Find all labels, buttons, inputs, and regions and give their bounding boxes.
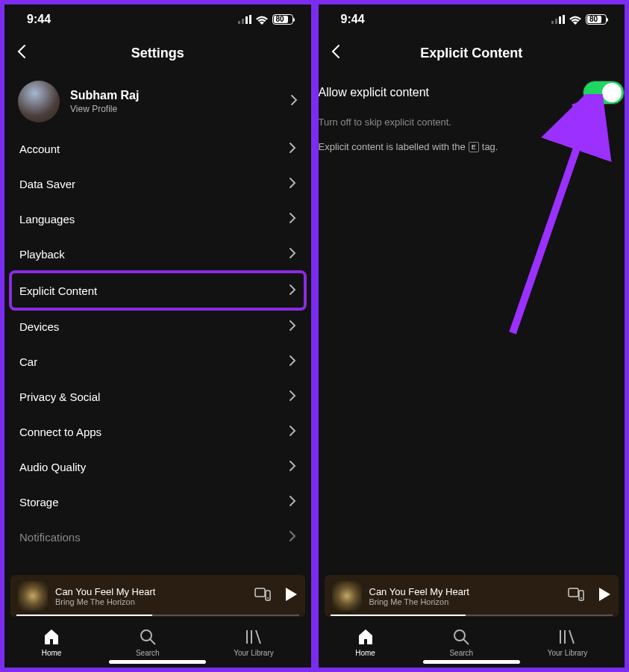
svg-rect-4	[255, 588, 265, 597]
chevron-right-icon	[289, 425, 296, 439]
devices-icon[interactable]	[254, 588, 271, 604]
svg-rect-14	[563, 15, 565, 24]
page-title: Settings	[4, 46, 311, 61]
settings-item-label: Audio Quality	[19, 461, 86, 473]
chevron-right-icon	[289, 530, 296, 544]
nav-header: Settings	[4, 34, 311, 72]
nav-header: Explicit Content	[319, 34, 625, 72]
tab-home[interactable]: Home	[355, 628, 375, 657]
now-playing-bar[interactable]: Can You Feel My Heart Bring Me The Horiz…	[10, 575, 305, 617]
back-button[interactable]	[16, 44, 27, 62]
settings-item-account[interactable]: Account	[16, 131, 299, 167]
allow-explicit-toggle[interactable]	[583, 81, 625, 105]
settings-item-languages[interactable]: Languages	[16, 202, 299, 237]
svg-rect-3	[249, 15, 251, 24]
tab-library[interactable]: Your Library	[548, 628, 588, 657]
avatar	[18, 81, 60, 122]
settings-item-label: Devices	[19, 320, 59, 333]
profile-sub: View Profile	[70, 104, 290, 114]
settings-item-storage[interactable]: Storage	[16, 485, 299, 520]
chevron-right-icon	[289, 177, 296, 191]
phone-explicit-content: 9:44 80 Explicit Content Allow explicit …	[316, 2, 628, 670]
settings-item-privacy-social[interactable]: Privacy & Social	[16, 379, 299, 414]
home-icon	[357, 628, 375, 646]
chevron-right-icon	[289, 247, 296, 261]
settings-item-label: Languages	[19, 213, 75, 225]
svg-line-8	[150, 639, 155, 644]
tab-label: Search	[449, 649, 473, 657]
chevron-right-icon	[290, 94, 298, 109]
svg-rect-1	[242, 19, 244, 24]
settings-item-audio-quality[interactable]: Audio Quality	[16, 449, 299, 485]
settings-item-label: Playback	[19, 248, 65, 261]
tab-home[interactable]: Home	[42, 628, 62, 657]
chevron-right-icon	[289, 284, 296, 298]
wifi-icon	[569, 15, 582, 25]
library-icon	[558, 628, 576, 646]
toggle-subtext: Turn off to skip explicit content.	[319, 116, 625, 128]
settings-item-connect-apps[interactable]: Connect to Apps	[16, 414, 299, 449]
tab-label: Your Library	[548, 649, 588, 657]
home-indicator[interactable]	[109, 660, 206, 664]
settings-item-label: Connect to Apps	[19, 426, 101, 438]
svg-rect-0	[238, 21, 240, 24]
toggle-label: Allow explicit content	[319, 86, 430, 99]
now-playing-title: Can You Feel My Heart	[369, 586, 569, 597]
sub2-pre: Explicit content is labelled with the	[319, 141, 466, 152]
devices-icon[interactable]	[568, 588, 584, 604]
chevron-right-icon	[289, 390, 296, 404]
home-indicator[interactable]	[423, 660, 520, 664]
settings-item-notifications[interactable]: Notifications	[16, 520, 299, 555]
explicit-content: Allow explicit content Turn off to skip …	[319, 72, 625, 575]
tab-search[interactable]: Search	[136, 628, 160, 657]
battery-level: 80	[589, 15, 598, 23]
svg-point-6	[267, 597, 269, 599]
settings-item-data-saver[interactable]: Data Saver	[16, 167, 299, 202]
status-bar: 9:44 80	[4, 4, 311, 34]
signal-icon	[238, 15, 251, 24]
chevron-left-icon	[331, 44, 341, 59]
battery-level: 80	[276, 15, 284, 23]
tab-label: Home	[355, 649, 375, 657]
back-button[interactable]	[331, 44, 341, 62]
status-indicators: 80	[551, 14, 607, 25]
signal-icon	[551, 15, 565, 24]
tab-search[interactable]: Search	[449, 628, 473, 657]
svg-rect-12	[555, 19, 557, 24]
chevron-left-icon	[16, 44, 27, 59]
library-icon	[245, 628, 263, 646]
now-playing-title: Can You Feel My Heart	[55, 586, 254, 597]
svg-point-7	[141, 630, 151, 641]
svg-rect-5	[266, 591, 270, 600]
wifi-icon	[255, 15, 269, 25]
now-playing-bar[interactable]: Can You Feel My Heart Bring Me The Horiz…	[325, 575, 619, 617]
settings-item-label: Explicit Content	[19, 284, 97, 297]
chevron-right-icon	[289, 320, 296, 334]
settings-item-car[interactable]: Car	[16, 344, 299, 379]
toggle-subtext-2: Explicit content is labelled with the E …	[319, 141, 625, 152]
settings-item-devices[interactable]: Devices	[16, 309, 299, 344]
status-time: 9:44	[341, 13, 365, 26]
svg-line-20	[463, 639, 469, 644]
profile-row[interactable]: Subham Raj View Profile	[16, 72, 299, 131]
play-button[interactable]	[284, 587, 298, 605]
sub2-post: tag.	[482, 141, 498, 152]
status-time: 9:44	[27, 13, 51, 26]
chevron-right-icon	[289, 212, 296, 226]
battery-icon: 80	[272, 14, 293, 25]
play-button[interactable]	[598, 587, 611, 605]
settings-item-label: Car	[19, 355, 37, 368]
tab-label: Search	[136, 649, 160, 657]
settings-item-playback[interactable]: Playback	[16, 237, 299, 272]
status-indicators: 80	[238, 14, 293, 25]
profile-name: Subham Raj	[70, 89, 290, 102]
tab-library[interactable]: Your Library	[234, 628, 274, 657]
svg-rect-17	[579, 591, 583, 600]
settings-item-explicit-content[interactable]: Explicit Content	[9, 270, 307, 311]
svg-rect-16	[569, 588, 578, 597]
settings-item-label: Notifications	[19, 531, 81, 544]
page-title: Explicit Content	[319, 46, 625, 61]
settings-item-label: Storage	[19, 496, 59, 508]
home-icon	[43, 628, 60, 646]
chevron-right-icon	[289, 142, 296, 156]
